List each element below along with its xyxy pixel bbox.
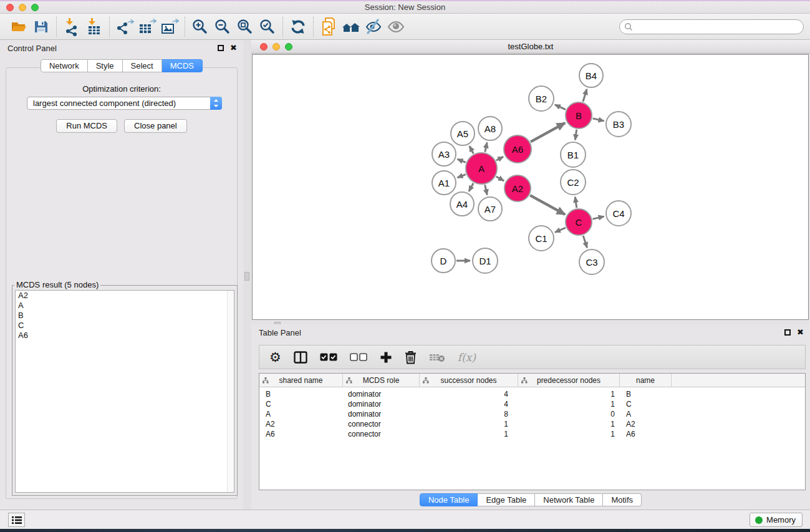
table-cell[interactable]: 1: [518, 389, 620, 399]
export-network-icon[interactable]: [113, 17, 136, 37]
graph-node-c1[interactable]: C1: [528, 225, 554, 251]
table-cell[interactable]: 1: [420, 429, 518, 439]
tab-style[interactable]: Style: [88, 59, 123, 72]
settings-gear-icon[interactable]: ⚙: [269, 348, 281, 367]
table-cell[interactable]: 4: [420, 399, 518, 409]
show-details-icon[interactable]: [385, 17, 407, 37]
home-icon[interactable]: [340, 17, 362, 37]
deselect-all-checkbox-icon[interactable]: [350, 348, 367, 367]
table-cell[interactable]: 8: [420, 409, 518, 419]
table-cell[interactable]: 1: [518, 419, 620, 429]
select-all-checkbox-icon[interactable]: [320, 348, 337, 367]
import-network-icon[interactable]: [60, 17, 83, 37]
table-cell[interactable]: 4: [420, 389, 518, 399]
tab-mcds[interactable]: MCDS: [162, 59, 203, 72]
graph-node-b1[interactable]: B1: [560, 142, 586, 168]
close-table-panel-icon[interactable]: ✖: [797, 328, 804, 336]
table-cell[interactable]: 1: [420, 419, 518, 429]
graph-node-c4[interactable]: C4: [605, 200, 632, 226]
delete-icon[interactable]: [405, 348, 417, 367]
tab-select[interactable]: Select: [123, 59, 162, 72]
graph-node-a[interactable]: A: [465, 152, 498, 185]
network-canvas[interactable]: B4B2BB3A8A5A6A3B1AA1C2A2A4A7C4CC1C3DD1: [252, 54, 809, 320]
zoom-in-icon[interactable]: [189, 17, 211, 37]
graph-node-c3[interactable]: C3: [579, 249, 605, 275]
apply-layout-icon[interactable]: [287, 17, 309, 37]
table-cell[interactable]: dominator: [343, 389, 420, 399]
result-list-item[interactable]: B: [16, 311, 234, 321]
graph-node-b3[interactable]: B3: [605, 111, 632, 137]
function-builder-icon[interactable]: f(x): [458, 348, 476, 367]
table-cell[interactable]: B: [259, 389, 343, 399]
export-image-icon[interactable]: [158, 17, 181, 37]
table-cell[interactable]: A6: [620, 429, 672, 439]
graph-node-d[interactable]: D: [431, 248, 456, 273]
float-panel-icon[interactable]: [218, 45, 224, 51]
table-cell[interactable]: A2: [259, 419, 343, 429]
column-header-successor-nodes[interactable]: successor nodes: [420, 374, 518, 387]
table-cell[interactable]: connector: [343, 429, 420, 439]
node-table[interactable]: shared nameMCDS rolesuccessor nodesprede…: [259, 373, 806, 490]
tab-motifs[interactable]: Motifs: [603, 493, 642, 506]
graph-node-d1[interactable]: D1: [472, 248, 498, 274]
table-row[interactable]: A6connector11A6: [259, 429, 805, 439]
result-list-item[interactable]: A2: [16, 291, 234, 301]
table-row[interactable]: Adominator80A: [259, 409, 805, 419]
graph-node-b2[interactable]: B2: [528, 85, 554, 112]
graph-node-a1[interactable]: A1: [432, 170, 456, 195]
result-list-scrollbar[interactable]: [227, 291, 234, 492]
column-header-predecessor-nodes[interactable]: predecessor nodes: [518, 374, 620, 387]
float-table-panel-icon[interactable]: [784, 329, 791, 336]
splitter-grip[interactable]: [244, 272, 249, 281]
zoom-selected-icon[interactable]: [256, 17, 279, 37]
close-panel-button[interactable]: Close panel: [124, 119, 187, 133]
table-cell[interactable]: A: [620, 409, 672, 419]
zoom-fit-icon[interactable]: [234, 17, 256, 37]
graph-node-a5[interactable]: A5: [450, 121, 475, 146]
add-column-icon[interactable]: [380, 348, 392, 367]
tab-network-table[interactable]: Network Table: [535, 493, 603, 506]
network-document-icon[interactable]: [317, 17, 340, 37]
table-cell[interactable]: dominator: [343, 399, 420, 409]
column-header-name[interactable]: name: [620, 374, 672, 387]
graph-node-c[interactable]: C: [565, 208, 592, 236]
table-cell[interactable]: A6: [259, 429, 343, 439]
task-history-button[interactable]: [8, 513, 25, 527]
column-header-shared-name[interactable]: shared name: [259, 374, 343, 387]
table-cell[interactable]: A: [259, 409, 343, 419]
memory-button[interactable]: Memory: [750, 513, 803, 527]
tab-network[interactable]: Network: [41, 59, 88, 72]
table-cell[interactable]: connector: [343, 419, 420, 429]
tab-edge-table[interactable]: Edge Table: [478, 493, 535, 506]
table-cell[interactable]: 0: [518, 409, 620, 419]
table-row[interactable]: Bdominator41B: [259, 389, 805, 399]
graph-node-a4[interactable]: A4: [450, 191, 475, 216]
result-list-item[interactable]: A6: [16, 331, 234, 341]
table-cell[interactable]: B: [620, 389, 672, 399]
run-mcds-button[interactable]: Run MCDS: [56, 119, 117, 133]
result-list-item[interactable]: A: [16, 301, 234, 311]
graph-node-a7[interactable]: A7: [478, 196, 503, 221]
table-cell[interactable]: 1: [518, 429, 620, 439]
table-cell[interactable]: C: [259, 399, 343, 409]
graph-node-b4[interactable]: B4: [579, 63, 604, 88]
graph-node-a8[interactable]: A8: [478, 116, 503, 141]
table-cell[interactable]: 1: [518, 399, 620, 409]
graph-node-a3[interactable]: A3: [432, 142, 456, 167]
table-row[interactable]: Cdominator41C: [259, 399, 805, 409]
import-table-icon[interactable]: [83, 17, 105, 37]
open-session-icon[interactable]: [7, 17, 30, 37]
column-view-icon[interactable]: [294, 348, 307, 367]
column-header-mcds-role[interactable]: MCDS role: [343, 374, 420, 387]
save-session-icon[interactable]: [30, 17, 52, 37]
graph-node-a6[interactable]: A6: [503, 135, 532, 163]
graph-node-a2[interactable]: A2: [504, 175, 531, 202]
graph-node-b[interactable]: B: [565, 102, 592, 129]
delete-table-icon[interactable]: [429, 348, 445, 367]
hide-details-icon[interactable]: [362, 17, 385, 37]
search-input[interactable]: [619, 19, 804, 34]
table-cell[interactable]: dominator: [343, 409, 420, 419]
export-table-icon[interactable]: [136, 17, 158, 37]
result-list-item[interactable]: C: [16, 321, 234, 331]
table-row[interactable]: A2connector11A2: [259, 419, 805, 429]
